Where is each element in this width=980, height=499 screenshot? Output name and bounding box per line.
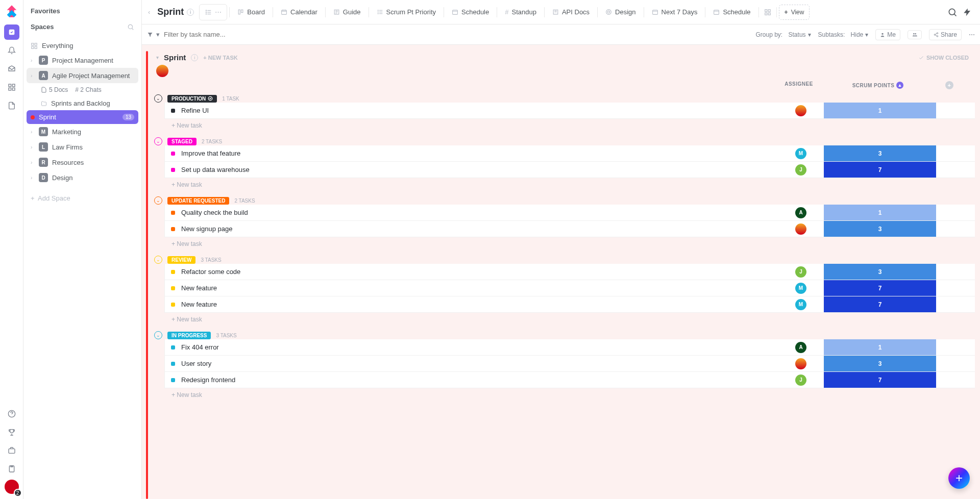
sidebar-list-sprint[interactable]: Sprint13 [27,110,138,124]
fab-create-button[interactable]: + [948,467,970,489]
col-points-header[interactable]: SCRUM POINTS▲ [822,81,934,89]
filter-input[interactable] [164,31,751,38]
collapse-group-icon[interactable]: ⌄ [154,331,162,339]
task-points-cell[interactable]: 3 [824,221,936,237]
assignee-avatar[interactable]: J [795,164,806,176]
bolt-icon[interactable] [963,8,972,17]
rail-briefcase-icon[interactable] [4,443,19,458]
sidebar-space-agile-project-management[interactable]: ›AAgile Project Management [27,68,138,83]
new-task-row[interactable]: + New task [147,313,975,326]
task-points-cell[interactable]: 7 [824,372,936,388]
status-label[interactable]: STAGED [167,138,197,145]
view-tab-board[interactable]: Board [232,4,271,20]
rail-inbox-icon[interactable] [4,61,19,77]
assignees-button[interactable] [908,30,922,39]
new-task-row[interactable]: + New task [147,119,975,132]
assignee-avatar[interactable]: J [795,375,806,386]
sprint-owner-avatar[interactable] [156,65,168,77]
task-points-cell[interactable]: 7 [824,296,936,312]
docs-chip[interactable]: 5 Docs [41,86,68,93]
assignee-avatar[interactable]: M [795,283,806,294]
sidebar-spaces-header[interactable]: Spaces [23,19,141,35]
add-view-button[interactable]: +View [779,5,810,20]
logo-icon[interactable] [5,4,19,18]
view-tab-design[interactable]: Design [600,4,641,20]
sidebar-space-design[interactable]: ›DDesign [23,170,141,185]
task-row[interactable]: Set up data warehouse J 7 [164,162,975,178]
task-points-cell[interactable]: 7 [824,162,936,178]
rail-bell-icon[interactable] [4,43,19,58]
assignee-avatar[interactable] [795,223,806,235]
status-label[interactable]: IN PROGRESS [167,332,211,339]
add-space-button[interactable]: + Add Space [23,189,141,207]
more-icon[interactable]: ⋯ [215,8,222,16]
rail-help-icon[interactable] [4,406,19,421]
view-tab-schedule[interactable]: Schedule [446,4,495,20]
collapse-group-icon[interactable]: ⌄ [154,256,162,264]
show-closed-button[interactable]: SHOW CLOSED [918,55,975,61]
task-row[interactable]: Fix 404 error A 1 [164,339,975,356]
groupby-button[interactable]: Group by: Status ▾ [755,31,811,38]
task-points-cell[interactable]: 1 [824,103,936,118]
view-tab-api-docs[interactable]: API Docs [547,4,595,20]
sidebar-space-project-management[interactable]: ›PProject Management [23,53,141,68]
me-button[interactable]: Me [875,29,900,40]
add-column-button[interactable]: + [945,81,953,89]
view-tab-list[interactable]: ⋯ [199,4,227,20]
collapse-sprint-icon[interactable]: ▾ [156,55,159,60]
task-points-cell[interactable]: 3 [824,356,936,371]
sidebar-space-marketing[interactable]: ›MMarketing [23,124,141,139]
task-points-cell[interactable]: 1 [824,205,936,220]
status-label[interactable]: PRODUCTION [167,95,217,103]
rail-doc-icon[interactable] [4,98,19,113]
assignee-avatar[interactable]: J [795,266,806,278]
search-icon[interactable] [947,7,958,17]
task-row[interactable]: New feature M 7 [164,280,975,296]
task-row[interactable]: Quality check the build A 1 [164,205,975,221]
info-icon[interactable]: i [187,9,194,16]
task-points-cell[interactable]: 1 [824,339,936,355]
new-task-row[interactable]: + New task [147,178,975,191]
sprint-info-icon[interactable]: i [191,54,198,61]
assignee-avatar[interactable] [795,358,806,369]
subtasks-button[interactable]: Subtasks: Hide ▾ [818,31,869,38]
assignee-avatar[interactable]: M [795,299,806,310]
status-label[interactable]: REVIEW [167,256,195,264]
rail-avatar[interactable]: 2 [5,480,19,494]
more-menu-icon[interactable]: ⋯ [969,31,975,38]
view-tab-calendar[interactable]: Calendar [275,4,323,20]
collapse-group-icon[interactable]: ⌄ [154,137,162,145]
sidebar-folder[interactable]: Sprints and Backlog [23,96,141,110]
assignee-avatar[interactable]: A [795,342,806,353]
task-row[interactable]: Improve that feature M 3 [164,145,975,162]
collapse-group-icon[interactable]: ⌄ [154,196,162,205]
collapse-group-icon[interactable]: ⌄ [154,94,162,103]
view-tab-next-7-days[interactable]: Next 7 Days [646,4,703,20]
filter-icon[interactable]: ▾ [147,31,160,38]
sidebar-everything[interactable]: Everything [23,39,141,53]
task-row[interactable]: Redesign frontend J 7 [164,372,975,388]
rail-trophy-icon[interactable] [4,425,19,440]
new-task-row[interactable]: + New task [147,237,975,251]
sidebar-space-resources[interactable]: ›RResources [23,155,141,170]
new-task-button[interactable]: + NEW TASK [203,55,237,61]
view-tab-standup[interactable]: #Standup [499,4,542,20]
status-label[interactable]: UPDATE REQUESTED [167,197,229,205]
share-button[interactable]: Share [929,29,962,40]
rail-clipboard-icon[interactable] [4,461,19,477]
grid-view-icon[interactable] [761,9,774,16]
assignee-avatar[interactable]: A [795,207,806,218]
task-points-cell[interactable]: 3 [824,264,936,280]
view-tab-guide[interactable]: Guide [328,4,366,20]
sidebar-space-law-firms[interactable]: ›LLaw Firms [23,139,141,155]
view-tab-scrum-pt-priority[interactable]: Scrum Pt Priority [371,4,442,20]
rail-home-icon[interactable] [4,24,19,40]
rail-apps-icon[interactable] [4,80,19,95]
search-icon[interactable] [127,23,134,31]
task-points-cell[interactable]: 3 [824,145,936,161]
chats-chip[interactable]: # 2 Chats [75,86,101,93]
task-row[interactable]: User story 3 [164,356,975,372]
task-points-cell[interactable]: 7 [824,280,936,296]
assignee-avatar[interactable] [795,105,806,116]
task-row[interactable]: Refine UI 1 [164,103,975,119]
